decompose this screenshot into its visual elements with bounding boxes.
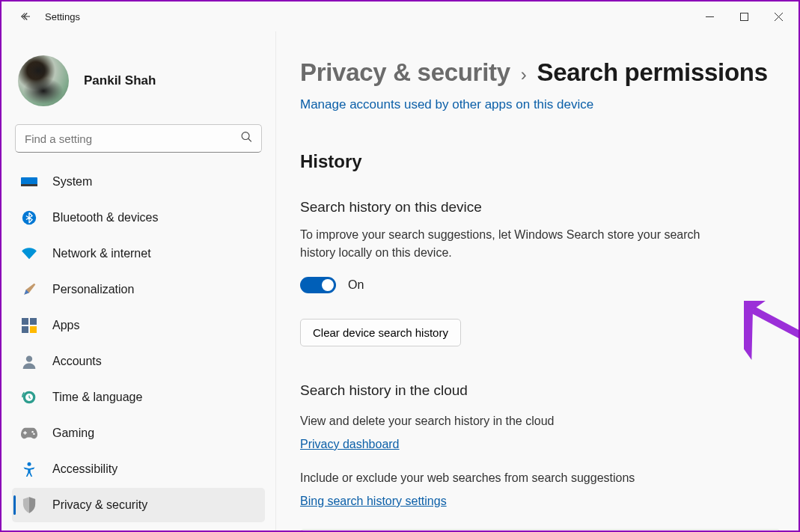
sidebar-item-label: Bluetooth & devices — [52, 211, 158, 224]
device-history-toggle[interactable] — [300, 277, 336, 293]
avatar — [18, 55, 69, 106]
sidebar-item-bluetooth[interactable]: Bluetooth & devices — [12, 201, 265, 235]
cloud-history-desc2: Include or exclude your web searches fro… — [300, 469, 719, 487]
nav: System Bluetooth & devices Network & int… — [12, 165, 265, 522]
sidebar-item-privacy[interactable]: Privacy & security — [12, 488, 265, 522]
device-history-toggle-row: On — [300, 277, 781, 293]
svg-rect-8 — [30, 326, 37, 333]
svg-point-1 — [242, 132, 249, 140]
annotation-arrow — [744, 301, 799, 435]
sidebar-item-network[interactable]: Network & internet — [12, 236, 265, 271]
svg-rect-0 — [740, 13, 748, 20]
svg-rect-6 — [30, 318, 37, 325]
bing-history-link[interactable]: Bing search history settings — [300, 495, 447, 508]
sidebar-item-label: Privacy & security — [52, 498, 147, 512]
titlebar: Settings — [1, 1, 799, 31]
person-icon — [21, 353, 37, 370]
page-title: Search permissions — [537, 58, 767, 87]
sidebar-item-label: System — [52, 175, 92, 189]
content: Privacy & security › Search permissions … — [275, 31, 799, 531]
wifi-icon — [21, 245, 37, 262]
svg-point-9 — [26, 356, 32, 362]
svg-point-12 — [31, 431, 33, 432]
sidebar-item-personalization[interactable]: Personalization — [12, 272, 265, 307]
clear-device-history-button[interactable]: Clear device search history — [300, 319, 461, 346]
brush-icon — [21, 281, 37, 298]
window-controls — [692, 4, 796, 28]
gaming-icon — [21, 425, 37, 441]
sidebar-item-label: Network & internet — [52, 247, 151, 260]
sidebar-item-label: Time & language — [52, 391, 142, 404]
time-icon — [21, 389, 37, 406]
chevron-right-icon: › — [521, 64, 527, 85]
svg-rect-3 — [21, 184, 37, 186]
sidebar-item-label: Accounts — [52, 355, 102, 368]
device-history-desc: To improve your search suggestions, let … — [300, 226, 719, 262]
history-heading: History — [300, 151, 781, 172]
svg-point-13 — [33, 433, 34, 435]
cloud-history-desc1: View and delete your search history in t… — [300, 412, 719, 430]
card-stub — [300, 529, 781, 531]
window-title: Settings — [45, 11, 80, 22]
sidebar-item-system[interactable]: System — [12, 165, 265, 199]
sidebar-item-gaming[interactable]: Gaming — [12, 416, 265, 450]
accessibility-icon — [21, 461, 37, 477]
maximize-button[interactable] — [727, 4, 761, 28]
close-button[interactable] — [761, 4, 796, 28]
breadcrumb: Privacy & security › Search permissions — [300, 58, 781, 87]
sidebar-item-label: Apps — [52, 319, 79, 332]
bluetooth-icon — [21, 210, 37, 226]
search-input[interactable] — [15, 124, 262, 153]
svg-rect-7 — [22, 326, 28, 333]
profile-name: Pankil Shah — [84, 73, 156, 88]
sidebar-item-label: Accessibility — [52, 462, 117, 476]
search-wrap — [15, 124, 262, 153]
svg-rect-5 — [22, 318, 28, 325]
shield-icon — [21, 497, 37, 513]
sidebar-item-apps[interactable]: Apps — [12, 308, 265, 343]
profile[interactable]: Pankil Shah — [12, 55, 265, 124]
cloud-history-title: Search history in the cloud — [300, 382, 781, 399]
sidebar-item-time[interactable]: Time & language — [12, 380, 265, 415]
sidebar: Pankil Shah System Bluetooth & devices — [1, 31, 275, 531]
sidebar-item-accounts[interactable]: Accounts — [12, 344, 265, 379]
svg-point-14 — [28, 462, 31, 466]
breadcrumb-parent[interactable]: Privacy & security — [300, 58, 510, 87]
device-history-title: Search history on this device — [300, 199, 781, 215]
minimize-button[interactable] — [692, 4, 727, 28]
svg-line-15 — [753, 310, 799, 424]
manage-accounts-link[interactable]: Manage accounts used by other apps on th… — [300, 97, 593, 112]
privacy-dashboard-link[interactable]: Privacy dashboard — [300, 438, 400, 451]
sidebar-item-label: Personalization — [52, 283, 134, 296]
system-icon — [21, 174, 37, 190]
apps-icon — [21, 317, 37, 334]
sidebar-item-accessibility[interactable]: Accessibility — [12, 452, 265, 486]
back-button[interactable] — [12, 3, 39, 30]
search-icon — [240, 131, 253, 147]
toggle-label: On — [348, 278, 364, 292]
sidebar-item-label: Gaming — [52, 426, 94, 440]
